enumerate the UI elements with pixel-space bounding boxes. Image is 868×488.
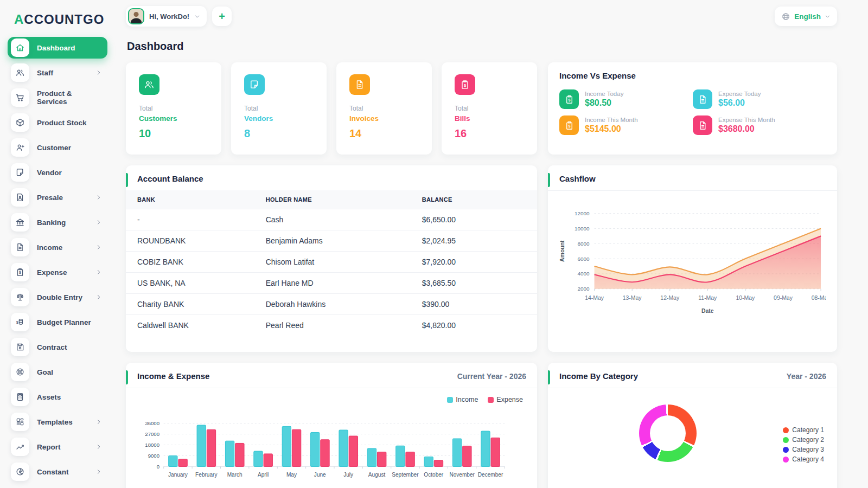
sidebar-item-contract[interactable]: Contract	[8, 336, 107, 358]
svg-text:January: January	[168, 472, 188, 478]
stat-value: 8	[244, 127, 314, 140]
note-icon	[244, 74, 265, 95]
sidebar-item-income[interactable]: Income	[8, 236, 107, 258]
category-4-dot	[783, 457, 789, 463]
legend-item-expense[interactable]: Expense	[488, 396, 523, 403]
svg-text:September: September	[392, 472, 419, 478]
sidebar-item-dashboard[interactable]: Dashboard	[8, 37, 107, 59]
sidebar-item-label: Customer	[37, 144, 71, 152]
sidebar-item-vendor[interactable]: Vendor	[8, 162, 107, 183]
sidebar-item-label: Constant	[37, 468, 69, 476]
svg-text:4000: 4000	[578, 271, 590, 277]
legend-item-income[interactable]: Income	[447, 396, 478, 403]
legend-item-category-2[interactable]: Category 2	[783, 436, 824, 444]
sidebar-item-presale[interactable]: Presale	[8, 187, 107, 208]
cell-holder: Benjamin Adams	[266, 230, 422, 252]
svg-text:July: July	[343, 472, 354, 478]
accent-bar	[126, 370, 128, 384]
svg-text:08-May: 08-May	[812, 295, 826, 301]
user-plus-icon	[11, 138, 29, 157]
sidebar-item-templates[interactable]: Templates	[8, 411, 107, 433]
svg-text:2000: 2000	[578, 286, 590, 292]
avatar	[128, 8, 144, 24]
metric-label: Expense This Month	[718, 117, 775, 123]
clipboard-dollar-icon: $	[559, 115, 579, 135]
card-header: Income By Category Year - 2026	[548, 363, 837, 388]
income-expense-card: Income & Expense Current Year - 2026 Inc…	[126, 363, 537, 488]
cell-balance: $7,920.00	[422, 252, 537, 273]
donut-chart	[639, 404, 697, 462]
sidebar-item-label: Product Stock	[37, 119, 87, 127]
legend-item-category-3[interactable]: Category 3	[783, 446, 824, 453]
sidebar-item-double-entry[interactable]: Double Entry	[8, 286, 107, 308]
sidebar-item-product-stock[interactable]: Product Stock	[8, 112, 107, 133]
sidebar-item-label: Report	[37, 443, 61, 451]
sidebar-item-report[interactable]: Report	[8, 436, 107, 458]
income-vs-expense-grid: $ Income Today $80.50 Expense Today $56.…	[548, 87, 837, 135]
chevron-right-icon	[95, 244, 102, 251]
cell-balance: $6,650.00	[422, 209, 537, 230]
chevron-right-icon	[95, 69, 102, 76]
svg-text:Amount: Amount	[559, 240, 565, 262]
cell-holder: Cash	[266, 209, 422, 230]
column-header-bank: BANK	[126, 190, 266, 209]
chevron-right-icon	[95, 444, 102, 450]
sidebar-item-staff[interactable]: Staff	[8, 62, 107, 84]
document-user-icon	[11, 188, 29, 207]
svg-text:10000: 10000	[575, 226, 590, 232]
user-menu[interactable]: Hi, WorkDo!	[126, 6, 207, 27]
cell-bank: Caldwell BANK	[126, 315, 266, 336]
sidebar-item-assets[interactable]: Assets	[8, 386, 107, 408]
svg-text:14-May: 14-May	[585, 295, 604, 301]
box-icon	[11, 113, 29, 132]
svg-text:9000: 9000	[148, 453, 159, 459]
sidebar-item-banking[interactable]: Banking	[8, 211, 107, 233]
clipboard-dollar-icon: $	[455, 74, 475, 95]
chevron-right-icon	[95, 194, 102, 201]
income-by-category-card: Income By Category Year - 2026 Category …	[548, 363, 837, 488]
stat-value: 16	[455, 127, 524, 140]
sidebar-item-label: Staff	[37, 69, 53, 77]
page-title: Dashboard	[127, 40, 837, 53]
metric-value: $5145.00	[585, 124, 638, 134]
metric-value: $56.00	[718, 98, 761, 108]
stat-card-vendors: Total Vendors 8	[231, 62, 327, 155]
legend-item-category-1[interactable]: Category 1	[783, 426, 824, 434]
sidebar-item-constant[interactable]: Constant	[8, 461, 107, 483]
cell-holder: Pearl Reed	[266, 315, 422, 336]
sidebar-item-label: Double Entry	[37, 293, 82, 301]
svg-text:09-May: 09-May	[774, 295, 793, 301]
table-row: Charity BANK Deborah Hawkins $390.00	[126, 294, 537, 315]
logo-accent-letter: A	[14, 12, 24, 27]
cell-balance: $2,024.95	[422, 230, 537, 252]
income-expense-chart: 09000180002700036000JanuaryFebruaryMarch…	[126, 403, 537, 486]
stat-prefix: Total	[349, 105, 419, 112]
svg-text:February: February	[195, 472, 218, 478]
legend-label: Category 2	[792, 436, 824, 444]
legend-label: Expense	[496, 396, 523, 403]
card-title: Income & Expense	[137, 371, 209, 381]
cell-balance: $3,685.50	[422, 273, 537, 294]
sidebar-item-expense[interactable]: $ Expense	[8, 261, 107, 283]
add-button[interactable]: +	[212, 7, 232, 26]
card-title: Income Vs Expense	[559, 71, 636, 80]
sidebar-item-product-services[interactable]: Product & Services	[8, 87, 107, 108]
calculator-icon	[11, 388, 29, 406]
accent-bar	[126, 173, 128, 187]
column-header-holder: HOLDER NAME	[266, 190, 422, 209]
file-lines-icon	[693, 115, 712, 135]
cell-bank: COBIZ BANK	[126, 252, 266, 273]
app-logo: ACCOUNTGO	[0, 8, 115, 37]
sidebar-item-goal[interactable]: Goal	[8, 361, 107, 383]
globe-icon	[781, 12, 790, 21]
language-selector[interactable]: English	[775, 7, 837, 26]
sidebar-item-label: Templates	[37, 418, 73, 426]
legend-item-category-4[interactable]: Category 4	[783, 455, 824, 463]
sidebar-item-customer[interactable]: Customer	[8, 137, 107, 158]
cashflow-card: Cashflow 2000400060008000100001200014-Ma…	[548, 165, 837, 352]
language-label: English	[794, 12, 821, 21]
cell-bank: -	[126, 209, 266, 230]
svg-text:$: $	[19, 271, 21, 275]
sidebar-item-budget-planner[interactable]: $ Budget Planner	[8, 311, 107, 333]
metric-label: Income This Month	[585, 117, 638, 123]
